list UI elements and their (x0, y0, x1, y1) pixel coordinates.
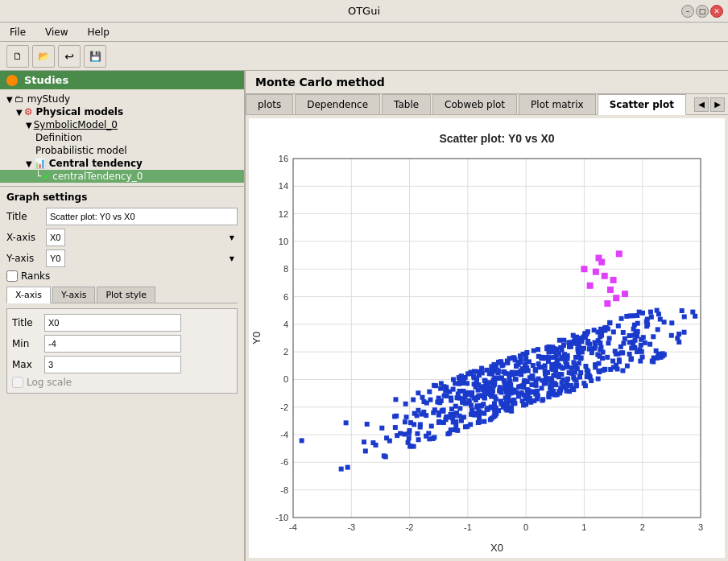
tree-item-symbolic-model[interactable]: ▼ SymbolicModel_0 (0, 118, 244, 131)
left-panel: Studies ▼ 🗀 myStudy ▼ ⚙ Physical models … (0, 71, 246, 561)
studies-header: Studies (0, 71, 244, 89)
axis-sub-tabs: X-axis Y-axis Plot style (6, 287, 238, 303)
scatter-plot-canvas (249, 118, 725, 558)
tree-item-mystudy[interactable]: ▼ 🗀 myStudy (0, 93, 244, 105)
window-controls: – □ ✕ (681, 5, 723, 18)
log-scale-checkbox[interactable] (12, 377, 23, 388)
axis-title-input[interactable] (44, 314, 181, 332)
sub-tab-plot-style[interactable]: Plot style (97, 287, 155, 303)
yaxis-row: Y-axis Y0 (6, 250, 238, 267)
title-row: Title (6, 208, 238, 225)
tab-plot-matrix[interactable]: Plot matrix (519, 94, 596, 114)
xaxis-select-wrap: X0 (46, 229, 238, 246)
tree-label-mystudy: myStudy (27, 93, 70, 105)
menu-help[interactable]: Help (81, 25, 116, 39)
check-icon: ✔ (43, 171, 51, 182)
tab-prev-button[interactable]: ◀ (694, 97, 709, 112)
title-field-label: Title (6, 211, 43, 222)
axis-max-input[interactable] (44, 356, 181, 373)
file-tree: ▼ 🗀 myStudy ▼ ⚙ Physical models ▼ Symbol… (0, 89, 244, 186)
tree-label-prob-model: Probabilistic model (35, 145, 127, 156)
title-input[interactable] (46, 208, 238, 225)
axis-min-input[interactable] (44, 335, 181, 353)
graph-settings-title: Graph settings (6, 192, 238, 203)
tree-item-probabilistic-model[interactable]: Probabilistic model (0, 144, 244, 157)
main-layout: Studies ▼ 🗀 myStudy ▼ ⚙ Physical models … (0, 71, 728, 561)
sub-tab-xaxis[interactable]: X-axis (6, 287, 51, 303)
axis-min-row: Min (12, 335, 232, 353)
menu-bar: File View Help (0, 23, 728, 42)
tab-scatter-plot[interactable]: Scatter plot (598, 94, 686, 115)
tree-item-central-tendency-0[interactable]: └ ✔ centralTendency_0 (0, 170, 244, 183)
expand-arrow: ▼ (26, 159, 32, 168)
save-icon: 💾 (89, 51, 101, 62)
xaxis-label: X-axis (6, 232, 43, 243)
xaxis-select[interactable]: X0 (46, 229, 65, 246)
undo-icon: ↩ (64, 50, 74, 63)
tree-label-physical-models: Physical models (35, 106, 123, 118)
log-scale-label: Log scale (27, 377, 72, 388)
leaf-icon: └ (35, 171, 41, 182)
tree-label-central-tendency-0: centralTendency_0 (52, 171, 143, 182)
yaxis-select-wrap: Y0 (46, 250, 238, 267)
window-title: OTGui (348, 5, 380, 17)
minimize-button[interactable]: – (681, 5, 694, 18)
tree-label-definition: Definition (35, 132, 82, 143)
physical-models-icon: ⚙ (24, 106, 33, 118)
right-panel: Monte Carlo method plots Dependence Tabl… (246, 71, 728, 561)
tab-table[interactable]: Table (382, 94, 431, 114)
open-icon: 📂 (38, 51, 50, 62)
menu-file[interactable]: File (3, 25, 32, 39)
expand-arrow: ▼ (16, 108, 23, 117)
tree-item-definition[interactable]: Definition (0, 131, 244, 144)
tree-label-central-tendency: Central tendency (49, 158, 143, 169)
toolbar: 🗋 📂 ↩ 💾 (0, 42, 728, 71)
tab-plots[interactable]: plots (246, 94, 293, 114)
tab-next-button[interactable]: ▶ (710, 97, 725, 112)
menu-view[interactable]: View (39, 25, 74, 39)
tab-cobweb-plot[interactable]: Cobweb plot (432, 94, 517, 114)
ranks-row: Ranks (6, 270, 238, 282)
tree-item-central-tendency[interactable]: ▼ 📊 Central tendency (0, 157, 244, 170)
expand-arrow: ▼ (26, 121, 32, 130)
ranks-label: Ranks (21, 270, 50, 282)
expand-arrow: ▼ (6, 95, 13, 104)
maximize-button[interactable]: □ (696, 5, 709, 18)
main-tabs-bar: plots Dependence Table Cobweb plot Plot … (246, 94, 728, 115)
new-button[interactable]: 🗋 (6, 45, 29, 68)
sub-tab-yaxis[interactable]: Y-axis (52, 287, 95, 303)
axis-max-label: Max (12, 359, 41, 370)
tab-dependence[interactable]: Dependence (295, 94, 380, 114)
new-icon: 🗋 (13, 51, 23, 62)
undo-button[interactable]: ↩ (58, 45, 81, 68)
tab-nav-buttons: ◀ ▶ (694, 97, 728, 112)
folder-icon: 🗀 (14, 93, 24, 105)
axis-min-label: Min (12, 338, 41, 349)
chart-area (249, 118, 725, 558)
title-bar: OTGui – □ ✕ (0, 0, 728, 23)
axis-form: Title Min Max Log scale (6, 308, 238, 394)
central-tendency-icon: 📊 (34, 158, 46, 169)
close-button[interactable]: ✕ (710, 5, 723, 18)
studies-icon (6, 75, 18, 86)
yaxis-select[interactable]: Y0 (46, 250, 65, 267)
graph-settings-panel: Graph settings Title X-axis X0 Y-axis Y0 (0, 186, 244, 561)
yaxis-label: Y-axis (6, 253, 43, 264)
axis-max-row: Max (12, 356, 232, 373)
tree-item-physical-models[interactable]: ▼ ⚙ Physical models (0, 105, 244, 118)
axis-title-label: Title (12, 317, 41, 328)
xaxis-row: X-axis X0 (6, 229, 238, 246)
log-scale-row: Log scale (12, 377, 232, 388)
tree-label-symbolic-model: SymbolicModel_0 (34, 119, 118, 130)
studies-title: Studies (24, 74, 68, 86)
open-button[interactable]: 📂 (32, 45, 55, 68)
ranks-checkbox[interactable] (6, 270, 18, 282)
right-panel-header: Monte Carlo method (246, 71, 728, 94)
axis-title-row: Title (12, 314, 232, 332)
save-button[interactable]: 💾 (84, 45, 106, 68)
